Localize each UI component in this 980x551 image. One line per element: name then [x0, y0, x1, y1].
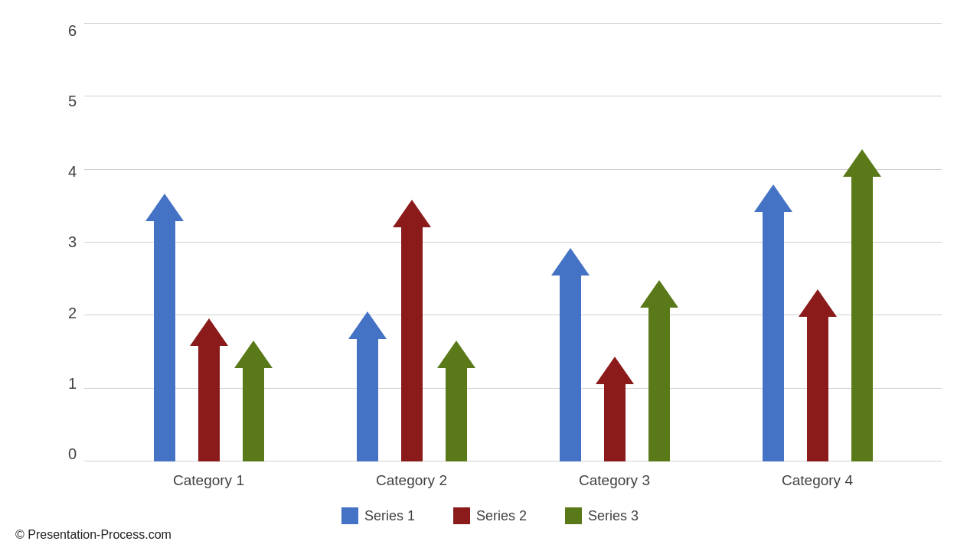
arrow-bar: [190, 318, 228, 462]
arrow-body: [198, 346, 220, 462]
arrow-body: [243, 368, 264, 461]
arrow-bar: [234, 341, 273, 461]
category-group: [310, 200, 513, 461]
y-axis-label: 5: [68, 93, 77, 109]
arrow-body: [763, 212, 784, 462]
legend-color-icon: [341, 507, 358, 524]
y-axis: 6543210: [38, 23, 84, 500]
arrow-head-icon: [640, 280, 678, 308]
arrow-bar: [348, 311, 387, 461]
arrow-head-icon: [190, 318, 228, 346]
category-labels: Category 1Category 2Category 3Category 4: [84, 461, 942, 500]
legend-color-icon: [453, 507, 470, 524]
arrow-head-icon: [799, 289, 837, 317]
category-group: [107, 194, 310, 461]
legend: Series 1Series 2Series 3: [38, 500, 942, 528]
chart-area: 6543210 Category 1Category 2Category 3Ca…: [38, 23, 942, 500]
arrow-bar: [393, 200, 431, 461]
legend-label: Series 2: [476, 508, 527, 524]
arrow-bar: [437, 341, 475, 461]
legend-label: Series 1: [364, 508, 415, 524]
y-axis-label: 1: [68, 376, 77, 391]
legend-item: Series 1: [341, 507, 415, 524]
footer: © Presentation-Process.com: [15, 528, 172, 542]
y-axis-label: 4: [68, 164, 77, 179]
arrow-body: [357, 339, 378, 461]
arrow-bar: [843, 149, 881, 461]
category-label: Category 1: [107, 472, 310, 489]
arrow-head-icon: [393, 200, 431, 227]
category-group: [716, 149, 919, 461]
category-label: Category 3: [513, 472, 716, 489]
arrow-body: [401, 227, 423, 461]
arrow-bar: [551, 248, 590, 461]
arrow-body: [446, 368, 467, 461]
chart-wrapper: 6543210 Category 1Category 2Category 3Ca…: [38, 23, 942, 528]
category-label: Category 2: [310, 472, 513, 489]
arrow-body: [851, 177, 873, 461]
y-axis-label: 0: [68, 446, 77, 461]
bars-container: [84, 23, 942, 461]
arrow-head-icon: [596, 357, 634, 384]
arrow-body: [560, 276, 581, 461]
arrow-body: [648, 308, 670, 462]
arrow-body: [807, 317, 828, 461]
arrow-head-icon: [437, 341, 475, 368]
legend-color-icon: [565, 507, 582, 524]
arrow-head-icon: [843, 149, 881, 177]
arrow-body: [154, 221, 175, 461]
arrow-head-icon: [145, 194, 184, 221]
arrow-bar: [145, 194, 184, 461]
y-axis-label: 2: [68, 305, 77, 321]
category-label: Category 4: [716, 472, 919, 489]
y-axis-label: 3: [68, 234, 77, 249]
arrow-bar: [799, 289, 837, 461]
arrow-bar: [754, 184, 792, 462]
chart-plot: Category 1Category 2Category 3Category 4: [84, 23, 942, 500]
legend-item: Series 3: [565, 507, 639, 524]
arrow-head-icon: [348, 311, 387, 339]
legend-item: Series 2: [453, 507, 527, 524]
legend-label: Series 3: [588, 508, 639, 524]
arrow-head-icon: [551, 248, 590, 276]
y-axis-label: 6: [68, 23, 77, 38]
arrow-bar: [640, 280, 678, 462]
arrow-head-icon: [754, 184, 792, 212]
arrow-body: [604, 384, 626, 462]
arrow-bar: [596, 357, 634, 462]
arrow-head-icon: [234, 341, 273, 368]
category-group: [513, 248, 716, 461]
